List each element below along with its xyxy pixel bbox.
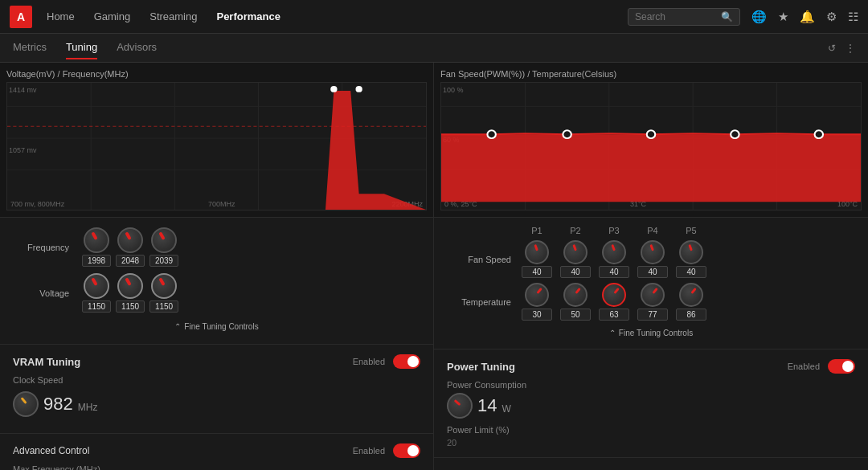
fan-points-header: P1 P2 P3 P4 P5 [519,226,855,235]
fan-speed-knob-3-wrap: 40 [596,240,632,278]
voltage-chart-area: 1414 mv 1057 mv 700 mv, 800MHz 700MHz 22… [6,82,427,210]
temp-val-1[interactable]: 30 [522,309,552,321]
volt-knob-1[interactable] [84,273,109,299]
temp-knob-1[interactable] [525,283,549,307]
left-panel: Voltage(mV) / Frequency(MHz) 1414 mv 105… [0,63,434,470]
temp-knob-4[interactable] [641,283,665,307]
power-unit: W [502,403,510,415]
fan-fine-tuning-label: Fine Tuning Controls [619,329,693,337]
power-value: 14 [477,395,497,416]
volt-knob-3[interactable] [151,273,177,299]
voltage-chart-svg [7,83,426,210]
temp-val-3[interactable]: 63 [599,309,629,321]
advanced-control-label: Advanced Control [13,445,353,456]
gear-icon[interactable]: ⚙ [826,10,837,24]
freq-value-1[interactable]: 1998 [82,255,111,267]
fan-speed-knob-1[interactable] [525,240,549,264]
fan-speed-knob-5[interactable] [679,240,703,264]
power-knob[interactable] [447,393,473,419]
fan-chart-area: 100 % 60 % 0 %, 25°C 31°C 100°C [440,82,862,210]
fan-speed-knob-4[interactable] [641,240,665,264]
search-box[interactable]: 🔍 [628,8,740,26]
fan-speed-val-1[interactable]: 40 [522,266,552,278]
volt-value-3[interactable]: 1150 [149,300,178,313]
nav-item-home[interactable]: Home [45,7,76,26]
freq-knob-2[interactable] [117,227,143,253]
fan-speed-knob-4-wrap: 40 [635,240,670,278]
max-freq-slider-row: Max Frequency (MHz) 1860 [13,464,420,470]
svg-point-22 [731,130,739,138]
advanced-control-toggle[interactable] [393,443,420,458]
temp-knob-2[interactable] [563,283,588,307]
nav-item-performance[interactable]: Performance [215,7,281,26]
globe-icon[interactable]: 🌐 [751,10,767,24]
frequency-knobs: 1998 2048 2039 [82,227,178,267]
clock-value: 982 [43,394,73,415]
fan-speed-knob-3[interactable] [602,240,626,264]
temp-knob-3[interactable] [602,283,626,307]
temp-knob-5[interactable] [679,283,703,307]
clock-speed-value-row: 982 MHz [13,391,420,417]
fan-speed-knob-2-wrap: 40 [558,240,593,278]
svg-point-23 [815,130,823,138]
vram-title: VRAM Tuning [13,356,353,368]
nav-items: Home Gaming Streaming Performance [45,7,282,26]
fan-point-p1: P1 [519,226,555,235]
fan-tuning-section: P1 P2 P3 P4 P5 Fan Speed 40 40 [434,218,868,349]
freq-knob-1-wrap: 1998 [82,227,111,267]
power-status: Enabled [788,362,820,371]
volt-knob-2[interactable] [117,273,143,299]
fine-tuning-button[interactable]: ⌃ Fine Tuning Controls [13,319,420,334]
voltage-knobs: 1150 1150 1150 [82,273,178,313]
nav-item-streaming[interactable]: Streaming [148,7,199,26]
fan-speed-val-4[interactable]: 40 [637,266,668,278]
freq-value-2[interactable]: 2048 [116,255,145,267]
temp-val-4[interactable]: 77 [637,309,668,321]
fan-speed-val-5[interactable]: 40 [676,266,706,278]
fan-speed-val-3[interactable]: 40 [599,266,629,278]
volt-value-1[interactable]: 1150 [82,300,111,313]
advanced-control-header: Advanced Control Enabled [13,443,420,458]
power-toggle[interactable] [828,359,855,374]
max-freq-label: Max Frequency (MHz) [13,464,420,470]
grid-icon[interactable]: ☷ [848,10,858,24]
sub-nav-tuning[interactable]: Tuning [66,36,97,59]
sub-nav-right: ↺ ⋮ [828,43,855,54]
bell-icon[interactable]: 🔔 [800,10,815,24]
temp-knob-1-wrap: 30 [519,283,555,321]
fan-speed-knob-2[interactable] [563,240,588,264]
nav-item-gaming[interactable]: Gaming [92,7,133,26]
temperature-label: Temperature [447,297,511,307]
voltage-chart-section: Voltage(mV) / Frequency(MHz) 1414 mv 105… [0,63,433,218]
reset-icon[interactable]: ↺ [828,43,836,54]
fine-tuning-label: Fine Tuning Controls [184,322,258,331]
voltage-chart-title: Voltage(mV) / Frequency(MHz) [6,69,427,79]
svg-point-21 [647,130,655,138]
temp-val-2[interactable]: 50 [560,309,591,321]
volt-knob-1-wrap: 1150 [82,273,111,313]
freq-knob-3[interactable] [151,227,177,253]
right-panel: Fan Speed(PWM(%)) / Temperature(Celsius)… [434,63,868,470]
svg-marker-18 [441,134,861,202]
freq-knob-1[interactable] [84,227,109,253]
vram-toggle[interactable] [393,354,420,369]
power-tuning-section: Power Tuning Enabled Power Consumption 1… [434,349,868,458]
freq-knob-3-wrap: 2039 [149,227,178,267]
volt-value-2[interactable]: 1150 [116,300,145,313]
fan-speed-val-2[interactable]: 40 [560,266,591,278]
temp-val-5[interactable]: 86 [676,309,706,321]
volt-knob-3-wrap: 1150 [149,273,178,313]
sub-nav-metrics[interactable]: Metrics [13,36,47,59]
frequency-voltage-tuning: Frequency 1998 2048 2039 [0,218,433,345]
vram-status: Enabled [353,357,385,366]
more-icon[interactable]: ⋮ [845,43,855,54]
svg-marker-8 [7,91,426,210]
star-icon[interactable]: ★ [778,10,788,24]
power-value-row: 14 W [447,393,855,419]
fan-fine-tuning-button[interactable]: ⌃ Fine Tuning Controls [447,325,855,341]
svg-point-10 [355,86,362,92]
clock-knob[interactable] [13,391,39,417]
freq-value-3[interactable]: 2039 [149,255,178,267]
search-input[interactable] [635,11,721,22]
sub-nav-advisors[interactable]: Advisors [117,36,157,59]
